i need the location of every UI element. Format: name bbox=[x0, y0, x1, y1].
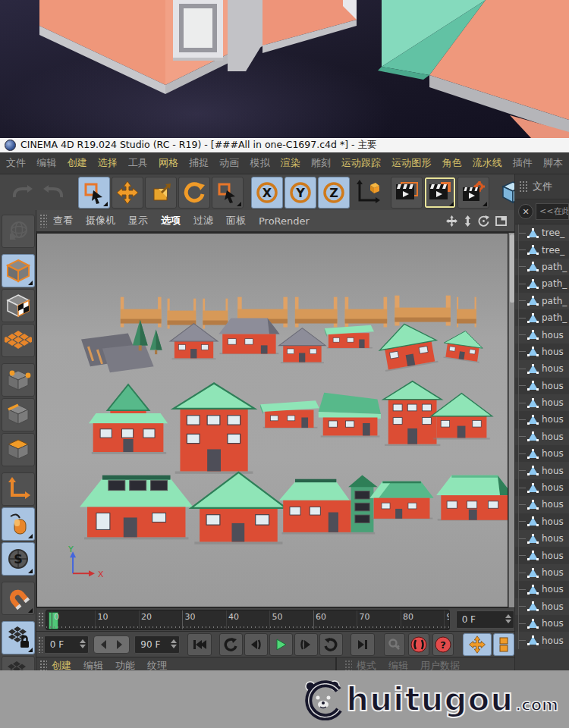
object-label[interactable]: hous bbox=[542, 551, 564, 561]
lock-y-axis-button[interactable]: Y bbox=[284, 177, 316, 209]
object-label[interactable]: path_ bbox=[542, 312, 567, 323]
menu-角色[interactable]: 角色 bbox=[442, 156, 461, 170]
menu-运动跟踪[interactable]: 运动跟踪 bbox=[341, 156, 381, 170]
viewport-rotate-icon[interactable] bbox=[478, 215, 489, 227]
viewport-canvas[interactable]: Y X bbox=[36, 233, 508, 607]
workplane-mode-button[interactable] bbox=[2, 324, 35, 357]
texture-mode-button[interactable] bbox=[2, 289, 35, 322]
menu-文件[interactable]: 文件 bbox=[6, 156, 26, 170]
object-label[interactable]: hous bbox=[542, 567, 564, 578]
object-row-2[interactable]: path_ bbox=[515, 259, 569, 275]
step-forward-icon[interactable] bbox=[112, 638, 126, 651]
object-label[interactable]: hous bbox=[542, 448, 564, 459]
object-label[interactable]: hous bbox=[542, 618, 564, 629]
object-row-14[interactable]: hous bbox=[515, 462, 569, 479]
object-label[interactable]: hous bbox=[542, 347, 564, 357]
scale-tool[interactable] bbox=[145, 177, 177, 209]
lock-workplane-button[interactable] bbox=[2, 621, 35, 654]
object-row-24[interactable]: hous bbox=[515, 632, 569, 648]
object-row-22[interactable]: hous bbox=[515, 598, 569, 615]
object-label[interactable]: hous bbox=[542, 466, 564, 476]
object-row-10[interactable]: hous bbox=[515, 394, 569, 411]
object-row-1[interactable]: tree_ bbox=[515, 241, 569, 258]
lock-z-axis-button[interactable]: Z bbox=[318, 177, 350, 209]
play-button[interactable] bbox=[269, 633, 293, 656]
viewport-toggle-icon[interactable] bbox=[495, 216, 507, 226]
object-label[interactable]: hous bbox=[542, 499, 564, 510]
goto-start-button[interactable] bbox=[187, 633, 212, 656]
attribute-manager-grip[interactable] bbox=[344, 660, 352, 670]
menu-工具[interactable]: 工具 bbox=[128, 156, 148, 170]
frame-spinner[interactable] bbox=[505, 614, 511, 623]
attribute-menu-用户数据[interactable]: 用户数据 bbox=[420, 657, 460, 670]
polygon-mode-button[interactable] bbox=[2, 433, 35, 466]
undo-button[interactable] bbox=[5, 177, 37, 209]
start-frame-field[interactable]: 0 F bbox=[44, 635, 90, 654]
object-label[interactable]: hous bbox=[542, 533, 564, 544]
viewport-solo-button[interactable] bbox=[2, 507, 35, 541]
frame-step-buttons[interactable] bbox=[93, 635, 130, 654]
keyframe-selection-button[interactable]: ? bbox=[432, 633, 454, 656]
object-row-3[interactable]: path_ bbox=[515, 275, 569, 292]
record-key-button[interactable] bbox=[384, 633, 405, 656]
object-row-5[interactable]: path_ bbox=[515, 309, 569, 326]
menu-流水线[interactable]: 流水线 bbox=[473, 156, 502, 170]
object-label[interactable]: tree_ bbox=[542, 245, 564, 256]
viewport-menu-查看[interactable]: 查看 bbox=[53, 214, 73, 228]
object-row-20[interactable]: hous bbox=[515, 564, 569, 581]
object-row-19[interactable]: hous bbox=[515, 547, 569, 563]
menu-模拟[interactable]: 模拟 bbox=[250, 156, 270, 170]
menu-动画[interactable]: 动画 bbox=[219, 156, 239, 170]
live-selection-tool[interactable] bbox=[78, 177, 110, 209]
snapping-magnet-button[interactable] bbox=[2, 582, 35, 615]
viewport-menu-摄像机[interactable]: 摄像机 bbox=[86, 214, 115, 228]
points-mode-button[interactable] bbox=[2, 363, 35, 397]
menu-捕捉[interactable]: 捕捉 bbox=[189, 156, 209, 170]
material-menu-创建[interactable]: 创建 bbox=[52, 657, 71, 670]
next-key-button[interactable] bbox=[319, 633, 343, 656]
object-label[interactable]: hous bbox=[542, 381, 564, 391]
enable-axis-button[interactable] bbox=[2, 472, 35, 506]
move-tool[interactable] bbox=[112, 177, 143, 209]
object-label[interactable]: tree_ bbox=[542, 228, 564, 238]
menu-创建[interactable]: 创建 bbox=[67, 156, 86, 170]
close-icon[interactable]: ✕ bbox=[518, 204, 533, 219]
material-menu-功能[interactable]: 功能 bbox=[115, 657, 135, 670]
object-manager-file-menu[interactable]: 文件 bbox=[533, 180, 552, 193]
previous-frame-button[interactable] bbox=[244, 633, 268, 656]
autokey-record-button[interactable] bbox=[408, 633, 429, 656]
material-menu-纹理[interactable]: 纹理 bbox=[147, 657, 167, 670]
menu-插件[interactable]: 插件 bbox=[513, 156, 533, 170]
end-frame-field[interactable]: 90 F bbox=[134, 635, 180, 654]
viewport-menu-面板[interactable]: 面板 bbox=[226, 214, 246, 228]
object-label[interactable]: path_ bbox=[542, 296, 567, 306]
object-row-11[interactable]: hous bbox=[515, 411, 569, 428]
menu-编辑[interactable]: 编辑 bbox=[36, 156, 56, 170]
keyframe-bars-button[interactable] bbox=[493, 633, 514, 656]
menu-运动图形[interactable]: 运动图形 bbox=[391, 156, 431, 170]
current-frame-field[interactable]: 0 F bbox=[456, 610, 514, 629]
object-row-0[interactable]: tree_ bbox=[515, 224, 569, 241]
menu-脚本[interactable]: 脚本 bbox=[543, 156, 563, 170]
lock-x-axis-button[interactable]: X bbox=[251, 177, 283, 209]
object-label[interactable]: hous bbox=[542, 482, 564, 493]
rotate-tool[interactable] bbox=[178, 177, 210, 209]
viewport-pan-icon[interactable] bbox=[446, 215, 457, 227]
object-row-6[interactable]: hous bbox=[515, 326, 569, 343]
object-label[interactable]: hous bbox=[542, 635, 564, 646]
menu-选择[interactable]: 选择 bbox=[98, 156, 118, 170]
viewport-zoom-icon[interactable] bbox=[464, 215, 472, 227]
object-label[interactable]: hous bbox=[542, 516, 564, 527]
attribute-menu-模式[interactable]: 模式 bbox=[357, 657, 376, 670]
object-label[interactable]: path_ bbox=[542, 262, 567, 272]
previous-key-button[interactable] bbox=[219, 633, 243, 656]
object-label[interactable]: path_ bbox=[542, 278, 567, 289]
object-label[interactable]: hous bbox=[542, 584, 564, 595]
coordinate-system-button[interactable] bbox=[351, 177, 383, 209]
object-row-21[interactable]: hous bbox=[515, 581, 569, 598]
object-label[interactable]: hous bbox=[542, 363, 564, 374]
snap-s-button[interactable]: S bbox=[2, 542, 35, 576]
render-settings-button[interactable] bbox=[457, 177, 489, 209]
redo-button[interactable] bbox=[39, 177, 71, 209]
object-row-23[interactable]: hous bbox=[515, 615, 569, 632]
